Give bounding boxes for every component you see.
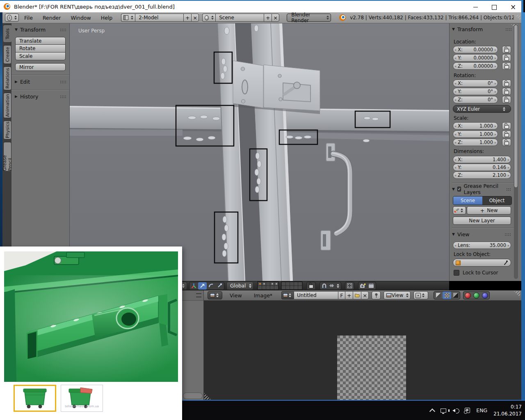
scale-y-field[interactable]: Y:1.000 [453,130,498,138]
lock-location-y-button[interactable] [502,54,511,62]
scrollbar-thumb[interactable] [514,25,518,188]
close-button[interactable]: × [504,2,523,13]
lock-scale-z-button[interactable] [502,139,511,146]
screen-layout-browse-button[interactable] [121,14,135,22]
image-editor-canvas[interactable] [204,301,521,400]
window-titlebar[interactable]: Blender* [F:\FOR RENT\дверь подъезд\dver… [0,0,525,12]
tray-expand-chevron-icon[interactable] [429,408,435,414]
area-resize-grip[interactable] [204,393,211,399]
panel-header-edit[interactable]: ▶ Edit [11,78,69,86]
dimensions-z-field[interactable]: Z:2.100 [453,171,511,179]
gp-new-button[interactable]: + New [467,206,511,215]
snap-element-dropdown[interactable] [329,282,341,290]
panel-header-view[interactable]: ▼ View [450,230,513,238]
lock-location-z-button[interactable] [502,62,511,70]
lock-rotation-y-button[interactable] [502,88,511,95]
gp-tab-scene[interactable]: Scene [453,196,482,205]
rotate-manipulator-button[interactable] [207,282,215,290]
pin-button[interactable] [372,291,381,299]
unlink-image-button[interactable]: × [361,291,369,299]
gp-tab-object[interactable]: Object [482,196,511,205]
layers-block-2[interactable] [281,281,303,290]
menu-image[interactable]: Image* [249,292,277,299]
thumbnail-selected[interactable] [14,385,56,412]
red-channel-icon[interactable] [463,292,472,299]
3d-viewport[interactable]: User Persp [70,23,449,281]
gp-new-layer-button[interactable]: New Layer [453,217,511,225]
render-engine-dropdown[interactable]: Blender Render [287,14,331,22]
render-opengl-animation-icon[interactable] [367,282,376,290]
area-resize-grip[interactable] [515,15,520,21]
action-center-icon[interactable] [465,408,470,413]
transform-orientation-dropdown[interactable]: Global [226,282,253,290]
lock-rotation-z-button[interactable] [502,96,511,103]
menu-window[interactable]: Window [66,15,95,21]
screen-layout-name-field[interactable]: 2-Model [135,14,183,22]
scale-manipulator-button[interactable] [215,282,224,290]
slot-view-dropdown[interactable]: View [383,291,411,299]
snap-peel-icon[interactable] [345,282,354,290]
mirror-button[interactable]: Mirror [15,63,66,71]
scene-delete-button[interactable]: × [272,14,279,22]
image-browse-button[interactable] [281,291,294,299]
eyedropper-icon[interactable] [503,260,508,265]
taskbar-clock[interactable]: 0:17 21.06.2017 [493,404,522,418]
lock-rotation-x-button[interactable] [502,80,511,87]
lock-scale-y-button[interactable] [502,130,511,138]
snap-magnet-icon[interactable] [320,282,329,290]
area-resize-grip[interactable] [514,291,520,297]
render-opengl-camera-icon[interactable] [358,282,367,290]
tab-relations[interactable]: Relations [3,66,11,90]
reference-image-window[interactable]: tehkommash.prom.ua [0,247,182,420]
tab-grease-pencil[interactable]: Grease Pencil [3,142,11,171]
editor-type-image-button[interactable] [208,291,222,299]
rotate-button[interactable]: Rotate [15,45,66,52]
maximize-button[interactable] [485,2,504,13]
layers-block-1[interactable] [257,281,279,290]
open-image-button[interactable] [353,291,361,299]
mode-dropdown-partial[interactable] [181,282,187,290]
rotation-mode-dropdown[interactable]: XYZ Euler [453,105,511,113]
tab-physics[interactable]: Physics [3,121,11,139]
panel-grip-icon[interactable] [506,188,511,191]
rotation-z-field[interactable]: Z:0° [453,96,498,103]
manipulator-axis-icon[interactable] [189,282,198,290]
image-name-field[interactable]: Untitled [294,291,338,299]
lock-to-object-field[interactable] [453,259,511,267]
tab-tools[interactable]: Tools [3,25,12,43]
dimensions-y-field[interactable]: Y:0.146 [453,164,511,171]
scale-z-field[interactable]: Z:1.000 [453,139,498,146]
collapsed-panel-grip-icon[interactable] [196,293,201,297]
thumbnail-alternate[interactable]: tehkommash.prom.ua [61,385,103,412]
scale-x-field[interactable]: X:1.000 [453,122,498,130]
grease-pencil-checkbox[interactable]: ✓ [457,187,461,192]
pivot-point-dropdown[interactable] [413,291,428,299]
lock-scale-x-button[interactable] [502,122,511,130]
tab-animation[interactable]: Animation [3,93,11,118]
panel-grip-icon[interactable] [60,28,66,31]
new-image-button[interactable]: + [345,291,353,299]
panel-grip-icon[interactable] [504,233,511,236]
fake-user-button[interactable]: F [338,291,345,299]
editor-type-info-button[interactable]: i [5,14,19,22]
rotation-x-field[interactable]: X:0° [453,80,498,87]
panel-grip-icon[interactable] [505,28,511,31]
lock-icon[interactable] [307,282,315,290]
location-y-field[interactable]: Y:0.00000 [453,54,498,62]
lock-to-cursor-checkbox[interactable] [454,270,459,276]
panel-grip-icon[interactable] [60,80,66,83]
minimize-button[interactable] [466,2,485,13]
lens-field[interactable]: Lens: 35.000 [453,242,511,249]
location-z-field[interactable]: Z:0.00000 [453,62,498,70]
menu-render[interactable]: Render [38,15,66,21]
volume-icon[interactable] [452,409,455,412]
panel-grip-icon[interactable] [60,95,66,98]
menu-view[interactable]: View [225,292,247,299]
horizontal-scrollbar[interactable] [183,393,203,399]
location-x-field[interactable]: X:0.00000 [453,46,498,53]
panel-header-transform[interactable]: ▼ Transform [11,25,69,34]
lock-location-x-button[interactable] [502,46,511,53]
tab-create[interactable]: Create [3,45,11,64]
panel-header-grease-pencil-layers[interactable]: ▼ ✓ Grease Pencil Layers [450,185,513,193]
translate-manipulator-button[interactable] [198,282,207,290]
